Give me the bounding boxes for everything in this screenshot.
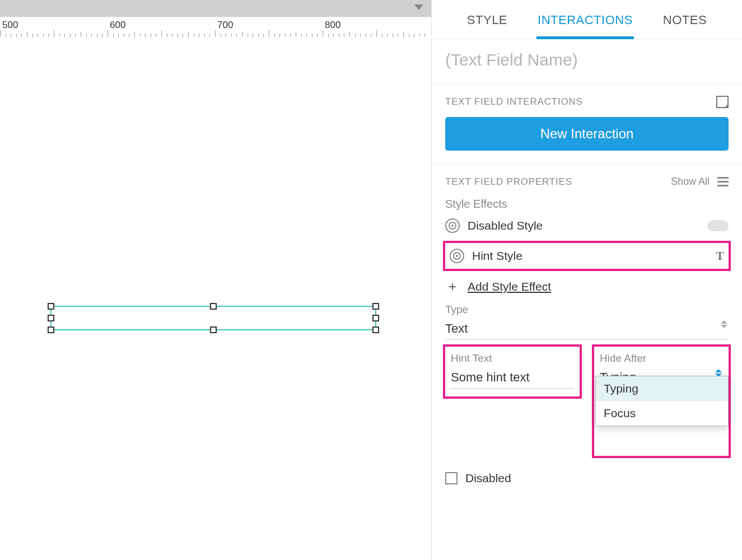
dropdown-option[interactable]: Focus — [596, 401, 728, 426]
resize-handle[interactable] — [48, 303, 54, 310]
ruler-label: 600 — [110, 20, 125, 31]
tab-notes[interactable]: NOTES — [662, 1, 708, 39]
hide-after-label: Hide After — [600, 352, 723, 368]
ruler-label: 500 — [2, 20, 18, 31]
tab-style[interactable]: STYLE — [466, 1, 508, 39]
resize-handle[interactable] — [372, 326, 379, 333]
type-label: Type — [445, 304, 729, 319]
add-style-effect-link[interactable]: Add Style Effect — [468, 280, 551, 293]
target-icon — [445, 218, 460, 233]
menu-icon[interactable] — [717, 177, 729, 186]
interactions-heading: TEXT FIELD INTERACTIONS — [445, 96, 583, 108]
hint-style-row[interactable]: Hint Style T — [447, 246, 726, 265]
inspector-tabs: STYLE INTERACTIONS NOTES — [432, 0, 742, 39]
ruler-label: 800 — [325, 20, 340, 31]
widget-name-input[interactable] — [445, 50, 729, 69]
hint-text-input[interactable] — [451, 368, 574, 389]
hide-after-highlight: Hide After Typing Focus — [592, 344, 731, 458]
add-style-effect-row[interactable]: + Add Style Effect — [432, 273, 742, 300]
disabled-style-row[interactable]: Disabled Style — [432, 213, 742, 239]
disabled-row[interactable]: Disabled — [432, 458, 742, 498]
inspector-panel: STYLE INTERACTIONS NOTES TEXT FIELD INTE… — [431, 0, 742, 560]
properties-heading: TEXT FIELD PROPERTIES — [445, 176, 572, 188]
resize-handle[interactable] — [372, 315, 379, 321]
disabled-style-toggle[interactable] — [707, 220, 729, 231]
show-all-link[interactable]: Show All — [671, 176, 710, 188]
new-interaction-button[interactable]: New Interaction — [445, 117, 729, 151]
hint-text-highlight: Hint Text — [443, 344, 582, 399]
horizontal-ruler: 500 600 700 800 — [0, 17, 431, 37]
selected-text-field[interactable] — [50, 306, 376, 330]
style-effects-label: Style Effects — [432, 192, 742, 213]
expand-icon[interactable] — [716, 96, 729, 108]
disabled-checkbox[interactable] — [445, 472, 458, 484]
resize-handle[interactable] — [210, 303, 217, 310]
hint-text-label: Hint Text — [451, 352, 574, 368]
canvas[interactable] — [0, 37, 431, 560]
resize-handle[interactable] — [48, 315, 54, 321]
hint-style-highlight: Hint Style T — [443, 241, 731, 271]
canvas-area: 500 600 700 800 — [0, 0, 431, 560]
stepper-icon[interactable] — [721, 320, 727, 328]
canvas-toolbar — [0, 0, 431, 17]
text-icon[interactable]: T — [716, 249, 724, 263]
hide-after-dropdown: Typing Focus — [595, 376, 729, 426]
hint-style-label: Hint Style — [472, 249, 522, 263]
target-icon — [450, 249, 464, 263]
dropdown-option[interactable]: Typing — [596, 376, 728, 401]
ruler-label: 700 — [217, 20, 233, 31]
resize-handle[interactable] — [48, 326, 54, 333]
resize-handle[interactable] — [210, 326, 217, 333]
dropdown-caret-icon[interactable] — [414, 4, 423, 10]
disabled-label: Disabled — [465, 472, 511, 485]
disabled-style-label: Disabled Style — [468, 219, 543, 232]
type-select[interactable] — [445, 319, 729, 340]
tab-interactions[interactable]: INTERACTIONS — [536, 1, 634, 39]
plus-icon: + — [445, 279, 460, 295]
resize-handle[interactable] — [372, 303, 379, 310]
